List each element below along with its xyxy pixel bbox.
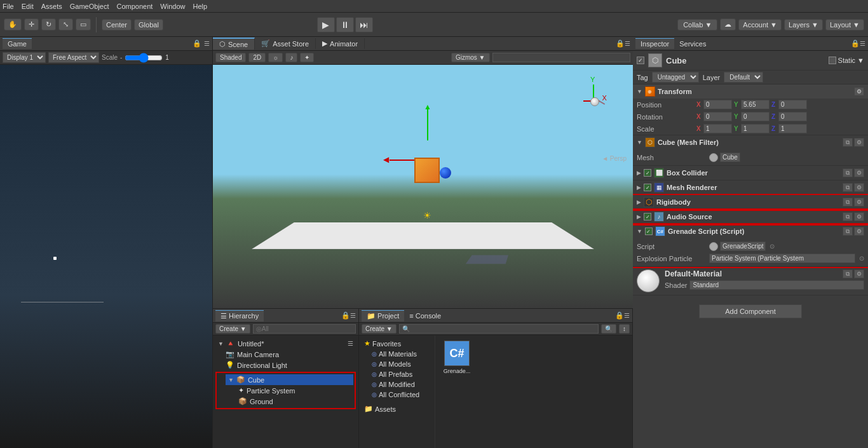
box-collider-header[interactable]: ▶ ⬜ Box Collider ⧉ ⚙ bbox=[633, 166, 868, 180]
gizmos-button[interactable]: Gizmos ▼ bbox=[451, 53, 490, 62]
menu-help[interactable]: Help bbox=[193, 3, 207, 10]
scene-content[interactable]: ◄ Persp ☀ bbox=[213, 65, 633, 308]
menu-edit[interactable]: Edit bbox=[22, 3, 34, 10]
project-create-btn[interactable]: Create ▼ bbox=[362, 324, 397, 334]
play-button[interactable]: ▶ bbox=[317, 17, 335, 32]
fx-button[interactable]: ✦ bbox=[300, 53, 314, 62]
fav-all-modified[interactable]: ◎ All Modified bbox=[369, 379, 432, 390]
pos-x-input[interactable] bbox=[703, 100, 732, 109]
pos-z-input[interactable] bbox=[778, 100, 807, 109]
script-circle-btn[interactable]: ⊙ bbox=[770, 243, 775, 250]
explosion-value[interactable]: Particle System (Particle System bbox=[709, 254, 855, 263]
2d-button[interactable]: 2D bbox=[248, 53, 266, 62]
rot-y-input[interactable] bbox=[741, 112, 770, 121]
center-button[interactable]: Center bbox=[102, 19, 132, 31]
tab-game[interactable]: Game bbox=[3, 38, 32, 49]
rigidbody-copy-btn[interactable]: ⧉ bbox=[843, 198, 853, 207]
tab-asset-store[interactable]: 🛒 Asset Store bbox=[255, 38, 316, 49]
fav-all-conflicted[interactable]: ◎ All Conflicted bbox=[369, 390, 432, 400]
grenade-script-settings-btn[interactable]: ⚙ bbox=[854, 227, 864, 236]
layers-button[interactable]: Layers ▼ bbox=[784, 19, 823, 31]
project-search[interactable] bbox=[399, 324, 599, 334]
asset-grenade-script[interactable]: C# Grenade... bbox=[438, 338, 476, 377]
menu-component[interactable]: Component bbox=[116, 3, 153, 10]
tab-inspector[interactable]: Inspector bbox=[635, 38, 674, 49]
scale-x-input[interactable] bbox=[703, 124, 732, 133]
static-arrow-icon[interactable]: ▼ bbox=[857, 57, 864, 64]
box-collider-enabled[interactable] bbox=[644, 169, 651, 177]
project-sort-btn[interactable]: ↕ bbox=[619, 324, 630, 334]
hierarchy-create-btn[interactable]: Create ▼ bbox=[215, 324, 250, 334]
scale-tool-button[interactable]: ⤡ bbox=[58, 18, 73, 31]
lights-button[interactable]: ☼ bbox=[268, 53, 283, 62]
menu-file[interactable]: File bbox=[3, 3, 14, 10]
rotate-tool-button[interactable]: ↻ bbox=[41, 18, 56, 31]
mesh-renderer-settings-btn[interactable]: ⚙ bbox=[854, 183, 864, 192]
box-collider-settings-btn[interactable]: ⚙ bbox=[854, 168, 864, 177]
hier-particle-system[interactable]: ✦ Particle System bbox=[236, 385, 353, 396]
account-button[interactable]: Account ▼ bbox=[738, 19, 782, 31]
game-panel-options[interactable]: ☰ bbox=[204, 40, 210, 47]
rect-tool-button[interactable]: ▭ bbox=[76, 18, 91, 31]
box-collider-copy-btn[interactable]: ⧉ bbox=[843, 168, 853, 177]
add-component-button[interactable]: Add Component bbox=[699, 304, 802, 318]
hier-directional-light[interactable]: 💡 Directional Light bbox=[223, 360, 356, 370]
hier-ground[interactable]: 📦 Ground bbox=[236, 396, 353, 407]
cloud-button[interactable]: ☁ bbox=[720, 18, 736, 31]
layer-dropdown[interactable]: Default bbox=[724, 72, 763, 83]
transform-settings-btn[interactable]: ⚙ bbox=[854, 87, 864, 96]
shader-value[interactable]: Standard bbox=[689, 280, 864, 290]
explosion-circle-btn[interactable]: ⊙ bbox=[859, 255, 864, 262]
display-select[interactable]: Display 1 bbox=[3, 52, 46, 63]
menu-assets[interactable]: Assets bbox=[41, 3, 62, 10]
audio-source-header[interactable]: ▶ ♪ Audio Source ⧉ ⚙ bbox=[633, 210, 868, 224]
menu-gameobject[interactable]: GameObject bbox=[70, 3, 109, 10]
tag-dropdown[interactable]: Untagged bbox=[652, 72, 699, 83]
scene-options[interactable]: ☰ bbox=[625, 40, 630, 47]
pause-button[interactable]: ⏸ bbox=[336, 17, 354, 32]
script-value[interactable]: GrenadeScript bbox=[720, 241, 766, 251]
fav-all-materials[interactable]: ◎ All Materials bbox=[369, 349, 432, 359]
hierarchy-search[interactable] bbox=[253, 324, 356, 334]
tab-services[interactable]: Services bbox=[674, 39, 711, 49]
hier-scene-root[interactable]: ▼ 🔺 Untitled* ☰ bbox=[215, 338, 356, 349]
audio-source-settings-btn[interactable]: ⚙ bbox=[854, 212, 864, 221]
global-button[interactable]: Global bbox=[134, 19, 163, 31]
move-tool-button[interactable]: ✛ bbox=[24, 18, 39, 31]
static-checkbox[interactable] bbox=[829, 57, 836, 64]
tab-project[interactable]: 📁 Project bbox=[362, 310, 404, 322]
scale-minus[interactable]: - bbox=[120, 54, 122, 61]
tab-scene[interactable]: ⬡ Scene bbox=[213, 37, 255, 50]
rot-z-input[interactable] bbox=[778, 112, 807, 121]
rot-x-input[interactable] bbox=[703, 112, 732, 121]
mesh-renderer-header[interactable]: ▶ ▦ Mesh Renderer ⧉ ⚙ bbox=[633, 180, 868, 194]
object-enabled-checkbox[interactable] bbox=[637, 57, 644, 64]
scale-y-input[interactable] bbox=[741, 124, 770, 133]
project-options[interactable]: ☰ bbox=[624, 312, 630, 319]
tab-console[interactable]: ≡ Console bbox=[404, 311, 446, 321]
audio-button[interactable]: ♪ bbox=[285, 53, 297, 62]
mesh-renderer-enabled[interactable] bbox=[644, 184, 651, 191]
menu-window[interactable]: Window bbox=[160, 3, 185, 10]
mesh-filter-header[interactable]: ▼ ⬡ Cube (Mesh Filter) ⧉ ⚙ bbox=[633, 135, 868, 149]
hand-tool-button[interactable]: ✋ bbox=[4, 18, 22, 31]
mesh-value[interactable]: Cube bbox=[720, 153, 740, 162]
layout-button[interactable]: Layout ▼ bbox=[825, 19, 864, 31]
material-settings-btn[interactable]: ⚙ bbox=[854, 269, 864, 278]
fav-all-models[interactable]: ◎ All Models bbox=[369, 359, 432, 369]
rigidbody-header[interactable]: ▶ ⬡ Rigidbody ⧉ ⚙ bbox=[633, 195, 868, 209]
collab-button[interactable]: Collab ▼ bbox=[677, 19, 717, 31]
scene-root-options[interactable]: ☰ bbox=[348, 340, 353, 347]
project-search-btn[interactable]: 🔍 bbox=[601, 324, 616, 334]
grenade-script-copy-btn[interactable]: ⧉ bbox=[843, 227, 853, 236]
inspector-options[interactable]: ☰ bbox=[860, 40, 865, 47]
material-copy-btn[interactable]: ⧉ bbox=[843, 269, 853, 278]
audio-source-copy-btn[interactable]: ⧉ bbox=[843, 212, 853, 221]
tab-hierarchy[interactable]: ☰ Hierarchy bbox=[215, 310, 264, 322]
grenade-script-header[interactable]: ▼ C# Grenade Script (Script) ⧉ ⚙ bbox=[633, 224, 868, 238]
scale-slider[interactable] bbox=[125, 53, 163, 63]
rigidbody-settings-btn[interactable]: ⚙ bbox=[854, 198, 864, 207]
pos-y-input[interactable] bbox=[741, 100, 770, 109]
hier-main-camera[interactable]: 📷 Main Camera bbox=[223, 349, 356, 360]
inspector-object-name[interactable]: Cube bbox=[666, 56, 825, 65]
